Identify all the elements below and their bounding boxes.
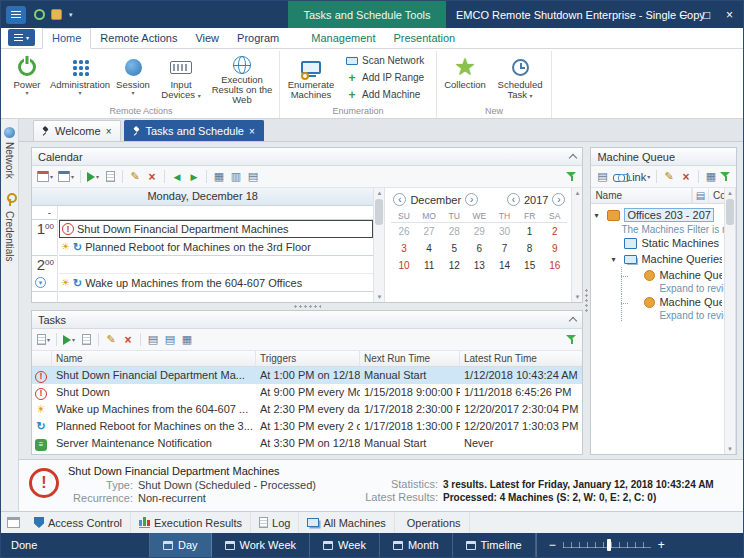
- mini-calendar-day[interactable]: 13: [467, 257, 492, 274]
- expand-all-button[interactable]: ▦: [703, 168, 719, 186]
- justify-icon[interactable]: ▤: [692, 188, 708, 203]
- ribbon-tab-program[interactable]: Program: [228, 29, 288, 48]
- name-column-header[interactable]: Name: [52, 351, 256, 366]
- tasks-panel-header[interactable]: Tasks: [32, 311, 582, 329]
- mini-calendar-day[interactable]: 9: [542, 240, 567, 257]
- next-run-column-header[interactable]: Next Run Time: [360, 351, 460, 366]
- app-icon[interactable]: [6, 6, 26, 24]
- mini-calendar-day[interactable]: 3: [391, 240, 416, 257]
- schedule-scrollbar[interactable]: ▲ ▼: [373, 188, 385, 302]
- maximize-button[interactable]: □: [695, 1, 718, 28]
- filter-icon[interactable]: [720, 171, 731, 182]
- close-button[interactable]: ×: [718, 1, 741, 28]
- quick-access-save-icon[interactable]: [51, 9, 62, 20]
- session-button[interactable]: Session ▾: [111, 51, 155, 105]
- machine-queue-item[interactable]: ▾Offices 203 - 207The Machines Filter is…: [591, 206, 724, 235]
- scroll-down-icon[interactable]: ▼: [727, 445, 733, 453]
- details-view-button[interactable]: ▤: [162, 331, 178, 349]
- task-row[interactable]: Shut Down Financial Department Ma...At 1…: [32, 367, 582, 384]
- previous-day-button[interactable]: ◀: [169, 168, 185, 186]
- mini-calendar-day[interactable]: 11: [417, 257, 442, 274]
- add-machine-button[interactable]: +Add Machine: [340, 86, 434, 103]
- scroll-down-icon[interactable]: ▼: [376, 293, 382, 301]
- task-row[interactable]: Wake up Machines from the 604-607 ...At …: [32, 401, 582, 418]
- task-row[interactable]: Planned Reboot for Machines on the 3...A…: [32, 418, 582, 435]
- ribbon-tab-view[interactable]: View: [186, 29, 228, 48]
- scroll-up-icon[interactable]: ▲: [727, 189, 733, 197]
- enumerate-machines-button[interactable]: Enumerate Machines: [282, 51, 340, 105]
- calendar-panel-header[interactable]: Calendar: [32, 148, 582, 166]
- run-button[interactable]: ▾: [85, 168, 101, 186]
- ribbon-tab-management[interactable]: Management: [302, 29, 384, 48]
- tree-expander-icon[interactable]: ▾: [594, 211, 603, 220]
- mini-calendar-day[interactable]: 7: [492, 240, 517, 257]
- quick-access-power-icon[interactable]: [34, 9, 45, 20]
- calendar-event[interactable]: ☀ ↻ Wake up Machines from the 604-607 Of…: [59, 274, 373, 292]
- side-tab-credentials[interactable]: Credentials: [4, 193, 15, 262]
- run-task-button[interactable]: ▾: [61, 331, 77, 349]
- scroll-down-icon[interactable]: ▼: [574, 293, 580, 301]
- more-events-icon[interactable]: ▾: [35, 277, 46, 288]
- previous-month-icon[interactable]: ‹: [393, 193, 406, 206]
- mini-calendar-day[interactable]: 16: [542, 257, 567, 274]
- scroll-up-icon[interactable]: ▲: [574, 189, 580, 197]
- tree-expander-icon[interactable]: ▾: [611, 255, 620, 264]
- mini-calendar-day[interactable]: 26: [391, 223, 416, 240]
- mini-calendar-day[interactable]: 8: [517, 240, 542, 257]
- side-tab-network[interactable]: Network: [4, 127, 15, 179]
- execution-results-web-button[interactable]: Execution Results on the Web: [207, 51, 277, 105]
- mini-calendar-day[interactable]: 30: [492, 223, 517, 240]
- next-year-icon[interactable]: ›: [552, 193, 565, 206]
- new-task-button[interactable]: ▾: [35, 331, 52, 349]
- file-menu-button[interactable]: ▾: [8, 29, 35, 46]
- add-ip-range-button[interactable]: +Add IP Range: [340, 69, 434, 86]
- close-tab-icon[interactable]: ×: [249, 126, 255, 137]
- delete-button[interactable]: ×: [144, 168, 160, 186]
- vertical-splitter[interactable]: [583, 147, 590, 455]
- view-button-day[interactable]: Day: [150, 533, 212, 557]
- scrollbar-thumb[interactable]: [726, 199, 734, 225]
- new-event-button[interactable]: ▾: [35, 168, 55, 186]
- power-button[interactable]: Power ▾: [5, 51, 49, 105]
- scroll-up-icon[interactable]: ▲: [376, 189, 382, 197]
- calendar-event-selected[interactable]: Shut Down Financial Department Machines: [59, 220, 373, 238]
- view-button-work-week[interactable]: Work Week: [212, 533, 310, 557]
- bottom-tab-execution-results[interactable]: Execution Results: [131, 512, 251, 533]
- mini-calendar-day[interactable]: 15: [517, 257, 542, 274]
- latest-run-column-header[interactable]: Latest Run Time: [460, 351, 582, 366]
- scheduled-task-button[interactable]: Scheduled Task ▾: [491, 51, 549, 105]
- name-column-header[interactable]: Name: [591, 188, 692, 203]
- quick-access-customize-icon[interactable]: ▾: [69, 11, 73, 19]
- input-devices-button[interactable]: Input Devices ▾: [155, 51, 207, 105]
- mini-calendar-day[interactable]: 27: [417, 223, 442, 240]
- bottom-tab-operations[interactable]: Operations: [395, 512, 470, 533]
- week-view-button[interactable]: ▥: [228, 168, 244, 186]
- doc-tab-tasks-and-schedule[interactable]: Tasks and Schedule ×: [124, 120, 264, 141]
- schedule-row[interactable]: [59, 256, 373, 274]
- bottom-tab-log[interactable]: Log: [251, 512, 299, 533]
- zoom-slider[interactable]: [563, 542, 651, 548]
- scan-network-button[interactable]: Scan Network: [340, 52, 434, 69]
- mini-calendar-day[interactable]: 1: [517, 223, 542, 240]
- zoom-slider-thumb[interactable]: [607, 539, 611, 551]
- previous-year-icon[interactable]: ‹: [507, 193, 520, 206]
- view-button-month[interactable]: Month: [380, 533, 453, 557]
- mini-calendar-scrollbar[interactable]: ▲ ▼: [571, 188, 582, 302]
- scrollbar-thumb[interactable]: [375, 199, 383, 225]
- machine-queue-item[interactable]: Machine Query Of...Expand to review the.…: [591, 294, 724, 321]
- next-month-icon[interactable]: ›: [465, 193, 478, 206]
- ribbon-tab-home[interactable]: Home: [42, 28, 91, 49]
- list-view-button[interactable]: ▤: [145, 331, 161, 349]
- collection-button[interactable]: ★ Collection: [439, 51, 491, 105]
- calendar-event[interactable]: ☀ ↻ Planned Reboot for Machines on the 3…: [59, 238, 373, 256]
- task-row[interactable]: Shut DownAt 9:00 PM every Mon...1/15/201…: [32, 384, 582, 401]
- report-button[interactable]: [78, 331, 94, 349]
- edit-queue-button[interactable]: ✎: [661, 168, 677, 186]
- link-button[interactable]: Link▾: [611, 168, 652, 186]
- machine-queue-item[interactable]: Machine Query Of...Expand to review the.…: [591, 267, 724, 294]
- icon-column-header[interactable]: [32, 351, 52, 366]
- mini-calendar-day[interactable]: 10: [391, 257, 416, 274]
- doc-tab-welcome[interactable]: Welcome ×: [33, 120, 121, 141]
- mini-calendar-day[interactable]: 29: [467, 223, 492, 240]
- bottom-tab-access-control[interactable]: Access Control: [26, 512, 131, 533]
